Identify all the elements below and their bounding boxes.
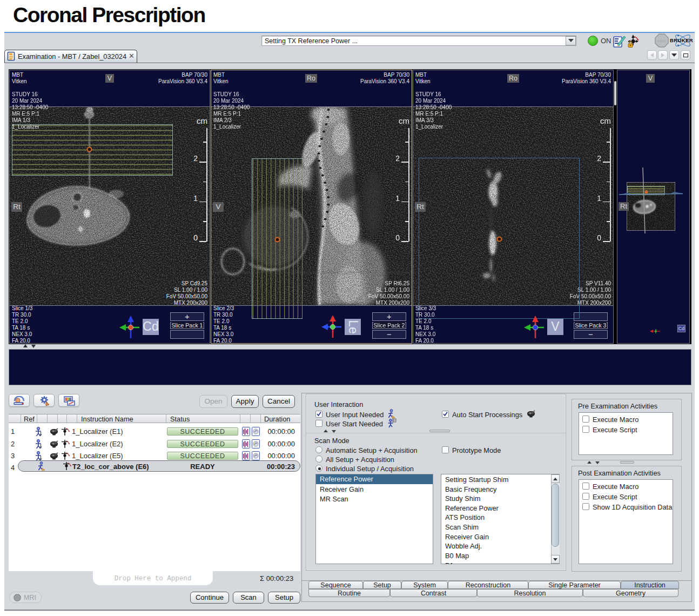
svg-text:STOP: STOP (657, 39, 666, 43)
svg-text:BRUKER: BRUKER (670, 37, 693, 43)
